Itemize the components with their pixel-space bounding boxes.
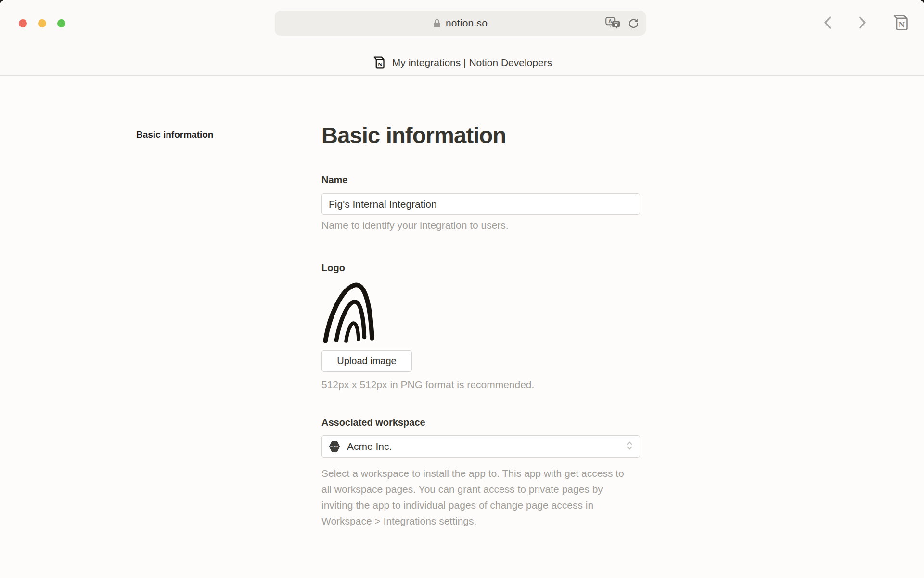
notion-cube-icon: N [891, 13, 910, 32]
integration-logo-image [322, 281, 378, 347]
notion-cube-favicon: N [372, 55, 386, 70]
name-help-text: Name to identify your integration to use… [321, 220, 509, 231]
associated-workspace-label: Associated workspace [321, 417, 425, 428]
sidebar-item-basic-information[interactable]: Basic information [136, 130, 213, 140]
page-tab[interactable]: N My integrations | Notion Developers [0, 50, 924, 75]
workspace-selected-value: Acme Inc. [347, 441, 392, 452]
name-input[interactable] [321, 193, 640, 215]
workspace-select[interactable]: ACME Acme Inc. [321, 435, 640, 458]
browser-window: notion.so A [0, 0, 924, 578]
svg-text:A: A [608, 18, 612, 24]
reload-icon[interactable] [628, 18, 639, 29]
svg-text:N: N [899, 20, 905, 29]
notion-app-toolbar-icon[interactable]: N [891, 13, 910, 34]
logo-help-text: 512px x 512px in PNG format is recommend… [321, 379, 534, 391]
name-label: Name [321, 174, 347, 185]
workspace-help-text: Select a workspace to install the app to… [321, 465, 629, 529]
workspace-badge-icon: ACME [329, 441, 340, 452]
minimize-window-button[interactable] [38, 19, 46, 27]
url-text: notion.so [446, 17, 488, 29]
page-content: Basic information Basic information Name… [0, 76, 924, 578]
page-title: Basic information [321, 122, 506, 148]
svg-text:N: N [378, 61, 383, 68]
chevron-right-icon [856, 14, 868, 31]
back-button[interactable] [822, 14, 834, 32]
translate-icon[interactable]: A [605, 17, 620, 29]
forward-button[interactable] [856, 14, 868, 32]
address-bar[interactable]: notion.so A [275, 11, 646, 36]
tab-title: My integrations | Notion Developers [392, 57, 552, 68]
upload-image-button[interactable]: Upload image [321, 350, 412, 372]
close-window-button[interactable] [19, 19, 27, 27]
up-down-chevron-icon [626, 441, 633, 452]
browser-chrome: notion.so A [0, 0, 924, 76]
zoom-window-button[interactable] [57, 19, 65, 27]
lock-icon [433, 19, 441, 28]
chevron-left-icon [822, 14, 834, 31]
logo-label: Logo [321, 263, 345, 274]
